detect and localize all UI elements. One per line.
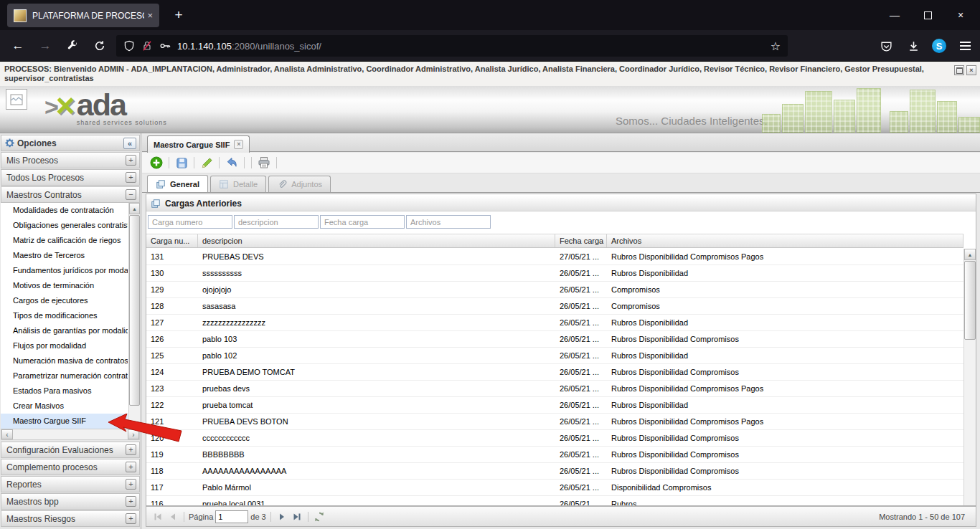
- accordion-section[interactable]: Complemento procesos +: [1, 459, 140, 475]
- sidebar-tree-item[interactable]: Obligaciones generales contratist: [1, 218, 128, 233]
- table-row[interactable]: 116 prueba local 0031 26/05/21 ... Rubro…: [146, 496, 963, 505]
- sidebar-tree-item[interactable]: Parametrizar numeración contrato: [1, 368, 128, 383]
- table-row[interactable]: 125 pablo 102 26/05/21 ... Rubros Dispon…: [146, 348, 963, 364]
- collapse-minus-button[interactable]: −: [126, 189, 136, 200]
- sidebar-tree-item[interactable]: Flujos por modalidad: [1, 338, 128, 353]
- back-icon[interactable]: ←: [7, 35, 29, 57]
- insecure-lock-icon[interactable]: [141, 40, 153, 52]
- sidebar-tree-item[interactable]: Estados Para masivos: [1, 383, 128, 399]
- scroll-up-icon[interactable]: ▲: [129, 203, 140, 214]
- table-row[interactable]: 130 ssssssssss 26/05/21 ... Rubros Dispo…: [146, 265, 963, 282]
- accordion-section[interactable]: Configuración Evaluaciones +: [1, 442, 140, 458]
- tree-horizontal-scrollbar[interactable]: ‹ ›: [1, 429, 140, 440]
- tab-close-icon[interactable]: ×: [147, 10, 153, 21]
- menu-icon[interactable]: [954, 35, 976, 57]
- sidebar-tree-item[interactable]: Análisis de garantías por modalida: [1, 323, 128, 338]
- skype-icon[interactable]: S: [928, 35, 950, 57]
- previous-page-button[interactable]: [166, 510, 179, 523]
- filter-fecha-carga-input[interactable]: [320, 215, 405, 229]
- table-row[interactable]: 131 PRUEBAS DEVS 27/05/21 ... Rubros Dis…: [146, 249, 963, 265]
- shield-icon[interactable]: [123, 40, 135, 52]
- undo-button[interactable]: [224, 155, 240, 171]
- table-row[interactable]: 126 pablo 103 26/05/21 ... Rubros Dispon…: [146, 331, 963, 348]
- sidebar-tree-item[interactable]: Motivos de terminación: [1, 278, 128, 293]
- scrollbar-thumb[interactable]: [129, 215, 140, 406]
- scroll-left-icon[interactable]: ‹: [1, 429, 13, 439]
- collapse-sidebar-button[interactable]: «: [123, 138, 136, 149]
- accordion-section-maestros-contratos[interactable]: Maestros Contratos −: [1, 186, 140, 203]
- table-row[interactable]: 122 prueba tomcat 26/05/21 ... Rubros Di…: [146, 397, 963, 414]
- wrench-icon[interactable]: [62, 35, 83, 57]
- print-button[interactable]: [256, 155, 272, 171]
- download-icon[interactable]: [903, 35, 924, 57]
- tab-close-icon[interactable]: ×: [234, 140, 243, 149]
- expand-plus-button[interactable]: +: [126, 155, 136, 166]
- table-row[interactable]: 117 Pablo Mármol 26/05/21 ... Disponibil…: [146, 480, 963, 496]
- save-button[interactable]: [174, 155, 189, 171]
- sidebar-tree-item[interactable]: Tipos de modificaciones: [1, 308, 128, 323]
- table-row[interactable]: 128 sasasasa 26/05/21 ... Compromisos: [146, 298, 963, 315]
- sidebar-tree-item[interactable]: Maestro de Terceros: [1, 248, 128, 263]
- table-row[interactable]: 127 zzzzzzzzzzzzzzzz 26/05/21 ... Rubros…: [146, 315, 963, 331]
- window-minimize-button[interactable]: —: [878, 0, 911, 30]
- column-header-fecha-carga[interactable]: Fecha carga: [555, 234, 607, 247]
- expand-plus-button[interactable]: +: [126, 513, 136, 524]
- expand-plus-button[interactable]: +: [126, 496, 136, 507]
- expand-plus-button[interactable]: +: [126, 462, 136, 472]
- first-page-button[interactable]: [151, 510, 164, 523]
- sidebar-tree-item[interactable]: Cargos de ejecutores: [1, 293, 128, 308]
- browser-tab[interactable]: PLATAFORMA DE PROCESOS DE ×: [7, 4, 159, 27]
- accordion-section[interactable]: Reportes +: [1, 476, 140, 492]
- refresh-button[interactable]: [313, 510, 326, 523]
- new-tab-button[interactable]: +: [169, 6, 188, 24]
- expand-plus-button[interactable]: +: [126, 172, 136, 183]
- url-bar[interactable]: 10.1.140.105:2080/unillanos_sicof/ ☆: [116, 35, 788, 57]
- close-panel-button[interactable]: ×: [966, 65, 976, 75]
- scroll-right-icon[interactable]: ›: [128, 429, 139, 439]
- accordion-section[interactable]: Maestros bpp +: [1, 493, 140, 510]
- tab-adjuntos[interactable]: Adjuntos: [268, 176, 331, 192]
- accordion-section[interactable]: Todos Los Procesos +: [1, 169, 140, 186]
- window-maximize-button[interactable]: [911, 0, 944, 30]
- column-header-descripcion[interactable]: descripcion: [198, 234, 555, 247]
- table-row[interactable]: 129 ojojojojo 26/05/21 ... Compromisos: [146, 282, 963, 298]
- document-tab-maestro-cargue-siif[interactable]: Maestro Cargue SIIF ×: [147, 135, 250, 153]
- filter-descripcion-input[interactable]: [234, 215, 319, 229]
- table-row[interactable]: 120 cccccccccccc 26/05/21 ... Rubros Dis…: [146, 430, 963, 447]
- column-header-carga-numero[interactable]: Carga nu...: [146, 234, 198, 247]
- expand-plus-button[interactable]: +: [126, 479, 136, 490]
- pocket-icon[interactable]: [875, 35, 897, 57]
- table-row[interactable]: 123 pruebas devs 26/05/21 ... Rubros Dis…: [146, 381, 963, 397]
- sidebar-tree-item[interactable]: Matriz de calificación de riegos: [1, 233, 128, 248]
- column-header-archivos[interactable]: Archivos: [607, 234, 963, 247]
- filter-archivos-input[interactable]: [406, 215, 491, 229]
- sidebar-tree-item[interactable]: Crear Masivos: [1, 399, 128, 414]
- tab-detalle[interactable]: Detalle: [210, 176, 266, 192]
- edit-button[interactable]: [199, 155, 215, 171]
- bookmark-star-icon[interactable]: ☆: [771, 39, 781, 53]
- next-page-button[interactable]: [275, 510, 288, 523]
- float-panel-button[interactable]: [954, 65, 964, 75]
- grid-vertical-scrollbar[interactable]: ▲: [963, 249, 976, 505]
- table-row[interactable]: 124 PRUEBA DEMO TOMCAT 26/05/21 ... Rubr…: [146, 364, 963, 381]
- table-row[interactable]: 118 AAAAAAAAAAAAAAAA 26/05/21 ... Rubros…: [146, 463, 963, 480]
- table-row[interactable]: 119 BBBBBBBB 26/05/21 ... Rubros Disponi…: [146, 447, 963, 463]
- table-row[interactable]: 121 PRUEBA DEVS BOTON 26/05/21 ... Rubro…: [146, 414, 963, 430]
- window-close-button[interactable]: ×: [944, 0, 977, 30]
- filter-carga-numero-input[interactable]: [148, 215, 232, 229]
- reload-icon[interactable]: [89, 35, 110, 57]
- add-button[interactable]: [149, 155, 164, 171]
- accordion-section[interactable]: Maestros Riesgos +: [1, 510, 140, 527]
- tab-general[interactable]: General: [147, 175, 208, 192]
- scroll-up-icon[interactable]: ▲: [964, 249, 976, 260]
- scrollbar-thumb[interactable]: [964, 261, 976, 340]
- forward-icon[interactable]: →: [34, 35, 56, 57]
- tree-vertical-scrollbar[interactable]: ▲: [128, 203, 140, 429]
- expand-plus-button[interactable]: +: [126, 444, 136, 455]
- sidebar-tree-item[interactable]: Modalidades de contratación: [1, 203, 128, 218]
- page-number-input[interactable]: [215, 510, 248, 523]
- accordion-section[interactable]: Mis Procesos +: [1, 152, 140, 168]
- sidebar-tree-item[interactable]: Fundamentos jurídicos por modali: [1, 263, 128, 278]
- url-text[interactable]: 10.1.140.105:2080/unillanos_sicof/: [177, 41, 321, 52]
- sidebar-tree-item[interactable]: Numeración masiva de contratos: [1, 353, 128, 368]
